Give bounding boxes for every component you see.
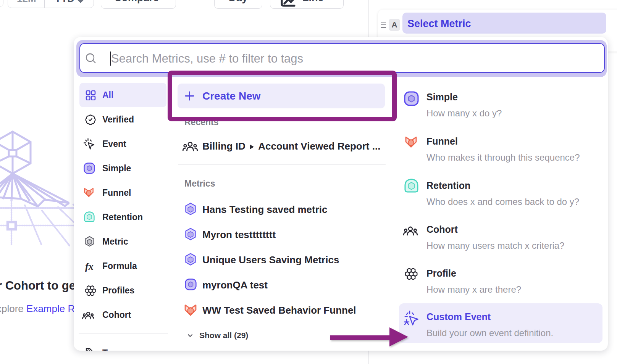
svg-text:fx: fx [85,261,94,272]
